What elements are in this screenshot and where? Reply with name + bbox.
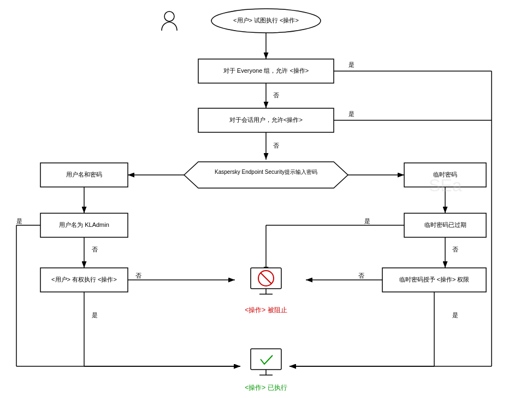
kes-node	[184, 162, 348, 188]
label-no-session: 否	[273, 142, 279, 149]
executed-icon	[251, 349, 281, 375]
username-label: 用户名和密码	[66, 171, 102, 178]
svg-point-2	[164, 11, 174, 21]
start-label: <用户> 试图执行 <操作>	[233, 17, 299, 24]
everyone-label: 对于 Everyone 组，允许 <操作>	[223, 67, 309, 74]
kes-label: Kaspersky Endpoint Security提示输入密码	[215, 169, 317, 175]
label-yes-kladmin: 是	[16, 218, 22, 224]
label-yes-user-access: 是	[92, 312, 98, 318]
blocked-label: <操作> 被阻止	[245, 306, 287, 314]
user-icon	[162, 11, 177, 31]
user-access-label: <用户> 有权执行 <操作>	[51, 276, 117, 283]
watermark: SEa	[429, 175, 462, 195]
label-yes-expired: 是	[364, 218, 370, 224]
session-label: 对于会话用户，允许<操作>	[229, 116, 303, 123]
label-no-user-access: 否	[135, 272, 141, 279]
label-yes-session: 是	[348, 110, 354, 117]
executed-label: <操作> 已执行	[245, 384, 287, 391]
temp-expired-label: 临时密码已过期	[424, 221, 466, 228]
kladmin-label: 用户名为 KLAdmin	[59, 221, 109, 228]
svg-rect-8	[251, 349, 281, 370]
label-no-temp-grants: 否	[358, 272, 364, 279]
label-no-kladmin: 否	[92, 246, 98, 253]
blocked-icon	[251, 268, 281, 294]
label-yes-grants: 是	[452, 312, 458, 318]
temp-grants-label: 临时密码授予 <操作> 权限	[399, 276, 470, 283]
label-yes-everyone: 是	[348, 61, 354, 68]
label-no-expired: 否	[452, 246, 458, 253]
label-no-everyone: 否	[273, 92, 279, 98]
flowchart-diagram: <用户> 试图执行 <操作> 对于 Everyone 组，允许 <操作> 是 否…	[0, 0, 532, 398]
